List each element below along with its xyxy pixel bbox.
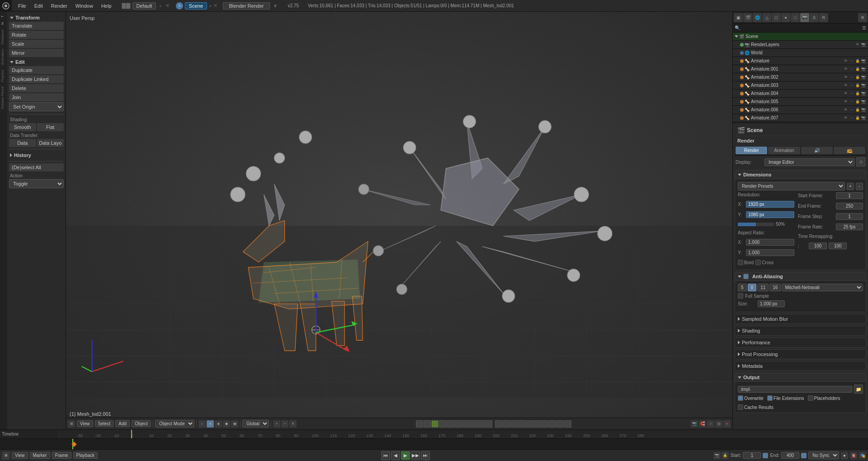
data-layout-button[interactable]: Data Layo	[37, 139, 64, 147]
end-frame-input[interactable]	[836, 203, 863, 209]
onion-icon[interactable]: ◎	[715, 420, 722, 428]
render-tab-animation[interactable]: Animation	[768, 147, 800, 154]
layer-17[interactable]	[541, 420, 548, 428]
tl-playback-btn[interactable]: Playback	[73, 452, 98, 459]
properties-icon[interactable]: N	[0, 20, 7, 27]
aspect-x-input[interactable]	[746, 239, 794, 246]
layer-13[interactable]	[510, 420, 518, 428]
output-browse-btn[interactable]: 📁	[854, 385, 863, 394]
delete-button[interactable]: Delete	[9, 84, 64, 92]
rp-mat-icon[interactable]: ●	[781, 13, 790, 22]
output-path-input[interactable]	[738, 386, 852, 393]
size-input[interactable]	[758, 300, 785, 307]
action-select[interactable]: Toggle	[9, 179, 64, 188]
rotate-button[interactable]: Rotate	[9, 31, 64, 39]
layer-8[interactable]	[470, 420, 477, 428]
arm6-vis[interactable]: 👁	[843, 107, 849, 113]
rp-tex-icon[interactable]: □	[791, 13, 800, 22]
metadata-toggle-icon[interactable]	[738, 364, 740, 368]
outliner-armature-1[interactable]: 🦴 Armature.001 👁 ↔ 🔒 📷	[733, 65, 868, 73]
aa-filter-select[interactable]: Mitchell-Netravali	[782, 284, 863, 291]
arm5-vis[interactable]: 👁	[843, 99, 849, 105]
res-y-input[interactable]	[746, 211, 794, 218]
aa-5-btn[interactable]: 5	[738, 284, 747, 291]
play-btn[interactable]: ▶	[401, 451, 410, 460]
arm2-render[interactable]: 📷	[861, 75, 866, 80]
history-toggle[interactable]	[10, 153, 12, 157]
mute-btn[interactable]: 🔇	[850, 452, 857, 459]
add-menu-btn[interactable]: Add	[115, 420, 130, 427]
layer-5[interactable]	[447, 420, 454, 428]
outliner-search[interactable]: 🔍	[735, 25, 862, 30]
arm2-lock[interactable]: 🔒	[855, 75, 860, 80]
prev-frame-btn[interactable]: ◀	[391, 451, 400, 460]
remap-new-input[interactable]	[829, 242, 847, 249]
record-btn[interactable]: ●	[841, 452, 848, 459]
display-select[interactable]: Image Editor	[764, 158, 854, 166]
grease-icon[interactable]: Grease Pencil	[0, 85, 7, 111]
duplicate-linked-button[interactable]: Duplicate Linked	[9, 75, 64, 83]
aa-checkbox[interactable]	[743, 274, 749, 279]
rp-world-icon[interactable]: 🌐	[753, 13, 762, 22]
texture-icon[interactable]: ◈	[215, 420, 222, 428]
duplicate-button[interactable]: Duplicate	[9, 66, 64, 74]
bord-cb[interactable]	[738, 260, 743, 265]
translate-button[interactable]: Translate	[9, 22, 64, 30]
aa-8-btn[interactable]: 8	[748, 284, 757, 291]
rp-obj-icon[interactable]: △	[762, 13, 771, 22]
arm4-render[interactable]: 📷	[861, 91, 866, 96]
arm2-vis[interactable]: 👁	[843, 75, 849, 80]
engine-select[interactable]: Blender Render	[223, 2, 269, 10]
material-icon[interactable]: ◆	[223, 420, 230, 428]
menu-render[interactable]: Render	[47, 2, 71, 10]
arm7-vis[interactable]: 👁	[843, 115, 849, 121]
layer-9[interactable]	[477, 420, 485, 428]
arm7-lock[interactable]: 🔒	[855, 115, 860, 121]
arm0-render[interactable]: 📷	[861, 58, 866, 64]
arm6-sel[interactable]: ↔	[849, 107, 854, 113]
layer-14[interactable]	[518, 420, 525, 428]
res-x-input[interactable]	[746, 201, 794, 208]
menu-file[interactable]: File	[14, 2, 30, 10]
frame-rate-input[interactable]	[836, 223, 863, 230]
lock-icon[interactable]: 🔒	[722, 452, 729, 459]
tl-frame-btn[interactable]: Frame	[52, 452, 71, 459]
output-header[interactable]: Output	[735, 373, 866, 382]
outliner-armature-2[interactable]: 🦴 Armature.002 👁 ↔ 🔒 📷	[733, 73, 868, 81]
shading-toggle-icon[interactable]	[738, 329, 740, 333]
wire-icon[interactable]: ○	[198, 420, 206, 428]
layer-3[interactable]	[431, 420, 439, 428]
arm6-lock[interactable]: 🔒	[855, 107, 860, 113]
screen-name[interactable]: Default	[132, 2, 156, 10]
prop-edit-icon[interactable]: ○	[707, 420, 714, 428]
full-sample-cb[interactable]	[738, 293, 743, 299]
outliner-armature-5[interactable]: 🦴 Armature.005 👁 ↔ 🔒 📷	[733, 98, 868, 106]
layer-2[interactable]	[424, 420, 431, 428]
layers-icon[interactable]: ≡	[289, 420, 297, 428]
bord-checkbox[interactable]: Bord	[738, 260, 754, 265]
record-icon[interactable]: ●	[723, 420, 731, 428]
mirror-button[interactable]: Mirror	[9, 49, 64, 57]
sync-select[interactable]: No Sync	[808, 451, 839, 459]
start-frame-input[interactable]	[836, 192, 863, 199]
tl-marker-btn[interactable]: Marker	[30, 452, 50, 459]
view-menu-btn[interactable]: View	[77, 420, 93, 427]
outliner-armature-7[interactable]: 🦴 Armature.007 👁 ↔ 🔒 📷	[733, 114, 868, 122]
dimensions-toggle-icon[interactable]	[738, 174, 741, 176]
anim-btn[interactable]: 🎭	[859, 452, 866, 459]
layer-20[interactable]	[564, 420, 571, 428]
render-tab-render[interactable]: Render	[736, 147, 767, 154]
smooth-button[interactable]: Smooth	[9, 123, 36, 131]
physics-icon[interactable]: Physics	[0, 68, 7, 84]
motion-blur-toggle-icon[interactable]	[738, 317, 740, 321]
layer-16[interactable]	[533, 420, 541, 428]
render-tab-audio[interactable]: 🔊	[801, 147, 833, 154]
end-frame-tl[interactable]	[781, 452, 799, 459]
select-menu-btn[interactable]: Select	[95, 420, 114, 427]
tools-icon[interactable]: T	[0, 14, 7, 19]
outliner-world[interactable]: 🌐 World	[733, 49, 868, 57]
layer-11[interactable]	[495, 420, 502, 428]
arm3-lock[interactable]: 🔒	[855, 83, 860, 88]
timeline-track[interactable]	[0, 439, 868, 449]
rl-vis-btn[interactable]: 👁	[855, 42, 860, 48]
